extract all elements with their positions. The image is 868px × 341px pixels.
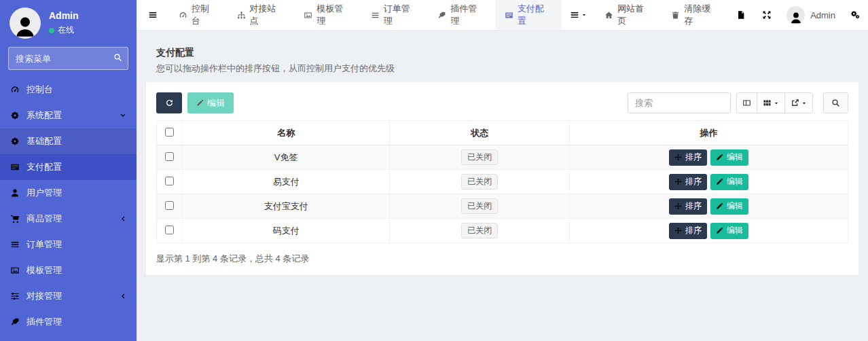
nav-user[interactable]: Admin: [780, 0, 842, 30]
toggle-view-icon: [742, 98, 751, 107]
dashboard-icon: [179, 11, 187, 20]
sidebar-item-label: 控制台: [26, 84, 53, 96]
topnav-left: 控制台 对接站点 模板管理 订单管理 插件管理: [137, 0, 562, 30]
topnav-item-order-management[interactable]: 订单管理: [361, 0, 429, 30]
page-mode-icon[interactable]: [728, 0, 754, 30]
status-badge: 已关闭: [461, 223, 498, 238]
sidebar-item-system-config[interactable]: 系统配置: [0, 103, 137, 128]
sidebar-item-template-management[interactable]: 模板管理: [0, 257, 137, 283]
sort-button[interactable]: 排序: [669, 149, 707, 166]
edit-button-label: 编辑: [207, 97, 225, 109]
sidebar-item-dashboard[interactable]: 控制台: [0, 77, 137, 103]
row-checkbox[interactable]: [165, 177, 174, 185]
settings-cogs-icon[interactable]: [842, 0, 868, 30]
topnav-item-dashboard[interactable]: 控制台: [169, 0, 228, 30]
card-icon: [505, 11, 513, 20]
row-edit-button[interactable]: 编辑: [710, 223, 748, 239]
panel-body: 编辑: [146, 82, 858, 275]
clear-cache-label: 清除缓存: [684, 3, 719, 27]
sidebar-submenu-system: 基础配置 支付配置: [0, 128, 137, 180]
pencil-icon: [716, 202, 723, 210]
sidebar-item-order-management[interactable]: 订单管理: [0, 232, 137, 257]
sidebar-item-label: 系统配置: [26, 109, 62, 122]
topnav-item-label: 订单管理: [384, 3, 419, 27]
sort-button[interactable]: 排序: [669, 198, 707, 215]
sidebar-toggle-icon[interactable]: [137, 0, 169, 30]
site-home-link[interactable]: 网站首页: [595, 0, 662, 30]
row-edit-button-label: 编辑: [727, 200, 743, 212]
trash-icon: [671, 11, 680, 20]
topnav-item-payment-config[interactable]: 支付配置: [495, 0, 562, 30]
list-icon: [10, 240, 20, 249]
export-dropdown-button[interactable]: [784, 92, 813, 113]
avatar: [786, 6, 805, 24]
sidebar-username: Admin: [49, 10, 79, 21]
payment-name: 易支付: [183, 170, 390, 194]
topnav-item-template-management[interactable]: 模板管理: [294, 0, 361, 30]
search-icon[interactable]: [113, 53, 122, 62]
row-checkbox[interactable]: [165, 201, 174, 210]
table-header-row: 名称 状态 操作: [157, 121, 848, 145]
topnav-item-plugin-management[interactable]: 插件管理: [428, 0, 495, 30]
topnav-item-label: 支付配置: [518, 3, 553, 27]
search-button[interactable]: [823, 92, 848, 113]
avatar[interactable]: [10, 7, 41, 39]
sitemap-icon: [237, 11, 246, 20]
table-search-input[interactable]: [628, 92, 731, 113]
fullscreen-icon[interactable]: [754, 0, 780, 30]
sort-button-label: 排序: [685, 151, 702, 163]
select-all-checkbox[interactable]: [165, 128, 174, 137]
nav-menu-dropdown[interactable]: [562, 0, 595, 30]
row-edit-button[interactable]: 编辑: [710, 174, 748, 190]
sidebar-item-product-management[interactable]: 商品管理: [0, 206, 137, 232]
status-badge: 已关闭: [461, 174, 498, 189]
topnav-item-label: 对接站点: [250, 3, 285, 27]
row-checkbox[interactable]: [165, 152, 174, 161]
plug-icon: [10, 317, 20, 327]
edit-button[interactable]: 编辑: [187, 92, 234, 113]
sort-button[interactable]: 排序: [669, 223, 707, 239]
move-icon: [674, 178, 682, 185]
top-navbar: 控制台 对接站点 模板管理 订单管理 插件管理: [137, 0, 868, 31]
pencil-icon: [716, 227, 723, 234]
table-row: 支付宝支付 已关闭 排序: [157, 194, 848, 219]
clear-cache-button[interactable]: 清除缓存: [662, 0, 728, 30]
sidebar-item-docking-management[interactable]: 对接管理: [0, 283, 137, 309]
sidebar-item-label: 订单管理: [26, 238, 62, 251]
sidebar-item-label: 支付配置: [26, 161, 62, 173]
gear-icon: [10, 111, 20, 120]
main-area: 控制台 对接站点 模板管理 订单管理 插件管理: [137, 0, 868, 341]
sidebar-item-user-management[interactable]: 用户管理: [0, 180, 137, 206]
row-edit-button[interactable]: 编辑: [710, 198, 748, 215]
table-view-button-group: [736, 92, 813, 113]
caret-down-icon: [774, 101, 779, 106]
export-icon: [791, 98, 799, 107]
sidebar-menu: 控制台 系统配置 基础配置 支付配置 用户管理: [0, 77, 137, 335]
sort-button[interactable]: 排序: [669, 174, 707, 190]
sidebar-item-payment-config[interactable]: 支付配置: [0, 154, 137, 180]
refresh-button[interactable]: [156, 92, 182, 113]
sidebar-user-status: 在线: [49, 24, 79, 36]
status-badge: 已关闭: [461, 149, 498, 164]
topnav-item-docking-site[interactable]: 对接站点: [228, 0, 295, 30]
menu-search-input[interactable]: [8, 47, 128, 70]
row-checkbox[interactable]: [165, 226, 174, 234]
toggle-view-button[interactable]: [736, 92, 757, 113]
columns-dropdown-button[interactable]: [757, 92, 785, 113]
table-row: 易支付 已关闭 排序: [157, 170, 848, 194]
row-edit-button[interactable]: 编辑: [710, 149, 748, 166]
move-icon: [674, 227, 682, 234]
sidebar-item-basic-config[interactable]: 基础配置: [0, 128, 137, 154]
online-dot-icon: [49, 28, 54, 33]
row-operations: 排序 编辑: [575, 149, 842, 166]
sidebar-search: [8, 47, 128, 70]
payment-name: 支付宝支付: [183, 194, 390, 219]
payment-config-panel: 支付配置 您可以拖动操作栏中的排序按钮，从而控制用户支付的优先级 编辑: [146, 41, 858, 275]
column-header-name: 名称: [183, 121, 390, 145]
refresh-icon: [165, 98, 174, 107]
page-description: 您可以拖动操作栏中的排序按钮，从而控制用户支付的优先级: [156, 62, 848, 75]
sidebar-item-plugin-management[interactable]: 插件管理: [0, 309, 137, 335]
sidebar: Admin 在线 控制台 系统配置: [0, 0, 137, 341]
topnav-item-label: 插件管理: [450, 3, 486, 27]
table-row: V免签 已关闭 排序: [157, 145, 848, 170]
